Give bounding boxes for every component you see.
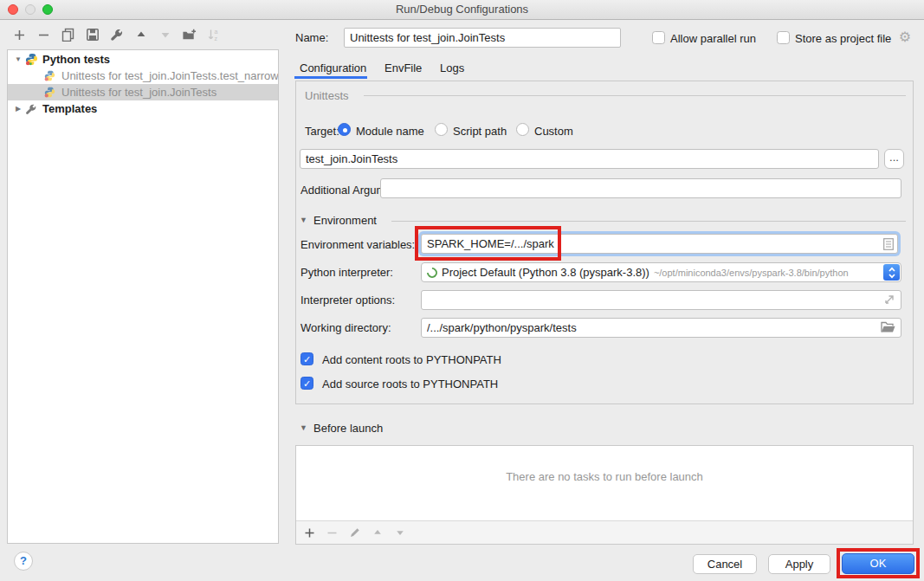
move-task-down-icon [392, 525, 407, 540]
before-launch-title: Before launch [313, 422, 383, 435]
gear-icon[interactable]: ⚙ [897, 29, 913, 44]
interpreter-options-input[interactable] [421, 290, 901, 310]
before-launch-collapse-icon[interactable]: ▼ [300, 423, 307, 432]
environment-section-title: Environment [313, 214, 377, 227]
python-tests-icon [25, 53, 39, 66]
add-source-roots-label: Add source roots to PYTHONPATH [322, 378, 498, 391]
active-tab-underline [294, 76, 367, 79]
python-interpreter-value: Project Default (Python 3.8 (pyspark-3.8… [442, 266, 649, 279]
tree-item-label: Unittests for test_join.JoinTests.test_n… [61, 68, 278, 84]
tree-item-label: Templates [42, 100, 97, 117]
cancel-button[interactable]: Cancel [693, 554, 757, 574]
chevron-right-icon[interactable]: ▶ [13, 100, 23, 117]
radio-module-name[interactable] [338, 123, 351, 136]
working-directory-input[interactable] [421, 318, 901, 338]
move-down-icon [158, 27, 172, 42]
store-as-project-file-checkbox[interactable] [777, 31, 790, 44]
allow-parallel-run-checkbox[interactable] [652, 31, 665, 44]
add-configuration-button[interactable] [12, 27, 27, 42]
additional-arguments-input[interactable] [380, 178, 901, 198]
remove-configuration-button[interactable] [36, 27, 51, 42]
tree-item-label: Unittests for test_join.JoinTests [61, 84, 216, 100]
create-folder-icon[interactable] [182, 27, 197, 42]
configurations-tree: ▼ Python tests Unittests for test_join.J… [7, 49, 279, 544]
environment-variables-label: Environment variables: [300, 238, 415, 251]
radio-custom-label: Custom [534, 125, 573, 138]
target-label: Target: [305, 125, 339, 138]
copy-configuration-icon[interactable] [61, 27, 75, 42]
radio-custom[interactable] [516, 123, 529, 136]
python-interpreter-label: Python interpreter: [300, 266, 393, 279]
templates-wrench-icon [25, 103, 39, 115]
store-as-project-file-label: Store as project file [795, 32, 891, 45]
tree-item-label: Python tests [42, 51, 110, 68]
group-separator [364, 95, 906, 96]
section-separator [391, 221, 906, 222]
unittests-group-title: Unittests [305, 89, 349, 102]
browse-module-button[interactable]: ... [884, 149, 904, 169]
sort-configurations-icon: az [206, 27, 221, 42]
edit-templates-icon[interactable] [109, 27, 124, 42]
environment-collapse-icon[interactable]: ▼ [300, 216, 307, 224]
stepper-chevrons-icon[interactable] [883, 264, 900, 281]
list-icon[interactable] [882, 237, 895, 250]
window-titlebar[interactable]: Run/Debug Configurations [0, 0, 924, 20]
working-directory-label: Working directory: [300, 321, 391, 334]
add-content-roots-checkbox[interactable]: ✓ [300, 352, 313, 365]
move-up-icon[interactable] [133, 27, 148, 42]
configurations-toolbar: az [12, 27, 221, 42]
apply-button[interactable]: Apply [768, 554, 830, 574]
name-input[interactable] [344, 28, 621, 48]
radio-script-path[interactable] [435, 123, 448, 136]
folder-open-icon[interactable] [880, 320, 895, 334]
name-label: Name: [295, 31, 328, 44]
allow-parallel-run-label: Allow parallel run [670, 32, 756, 45]
svg-text:z: z [214, 36, 217, 42]
tree-item-templates[interactable]: ▶ Templates [8, 100, 278, 117]
python-test-config-icon [44, 70, 58, 81]
tab-configuration[interactable]: Configuration [300, 61, 366, 74]
run-debug-configurations-dialog: Run/Debug Configurations az [0, 0, 924, 581]
conda-environment-icon [425, 265, 440, 280]
chevron-down-icon[interactable]: ▼ [13, 51, 23, 68]
radio-module-name-label: Module name [356, 125, 424, 138]
radio-script-path-label: Script path [453, 125, 507, 138]
remove-task-button [325, 525, 339, 540]
tab-logs[interactable]: Logs [440, 61, 464, 74]
tree-item-python-tests[interactable]: ▼ Python tests [8, 51, 278, 68]
add-task-button[interactable] [302, 525, 317, 540]
before-launch-panel: There are no tasks to run before launch [295, 445, 914, 545]
python-interpreter-path: ~/opt/miniconda3/envs/pyspark-3.8/bin/py… [654, 268, 880, 278]
module-name-input[interactable] [300, 149, 879, 169]
python-interpreter-select[interactable]: Project Default (Python 3.8 (pyspark-3.8… [421, 262, 901, 282]
tab-envfile[interactable]: EnvFile [384, 61, 422, 74]
svg-text:a: a [214, 29, 217, 35]
edit-task-pencil-icon [347, 525, 362, 540]
save-configuration-icon[interactable] [85, 27, 100, 42]
add-content-roots-label: Add content roots to PYTHONPATH [322, 353, 501, 366]
window-title: Run/Debug Configurations [0, 3, 924, 16]
interpreter-options-label: Interpreter options: [300, 294, 395, 307]
tree-item-unittests-jointests[interactable]: Unittests for test_join.JoinTests [8, 84, 278, 100]
ok-button[interactable]: OK [842, 553, 914, 574]
tree-item-unittests-test-narrow[interactable]: Unittests for test_join.JoinTests.test_n… [8, 68, 278, 84]
before-launch-toolbar [296, 520, 913, 544]
add-source-roots-checkbox[interactable]: ✓ [300, 377, 313, 390]
move-task-up-icon [370, 525, 384, 540]
help-button[interactable]: ? [14, 552, 33, 571]
environment-variables-field[interactable] [421, 234, 898, 254]
expand-field-icon[interactable] [883, 294, 895, 306]
python-test-config-icon [44, 87, 58, 98]
before-launch-empty-text: There are no tasks to run before launch [296, 470, 913, 483]
